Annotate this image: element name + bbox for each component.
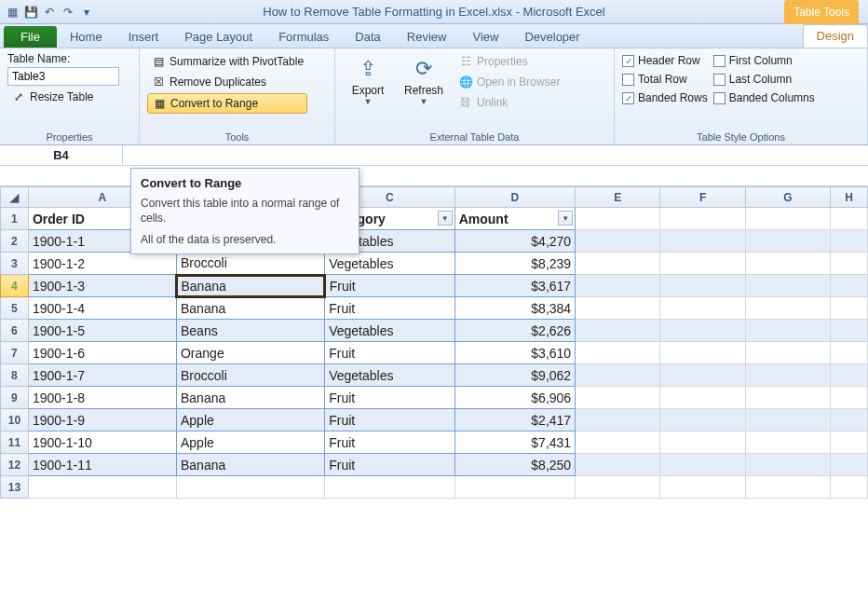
cell-G8[interactable] — [745, 364, 830, 387]
row-header-6[interactable]: 6 — [1, 320, 29, 342]
cell-A3[interactable]: 1900-1-2 — [28, 253, 176, 275]
cell-G7[interactable] — [745, 342, 830, 364]
cell-D9[interactable]: $6,906 — [454, 387, 575, 409]
cell-F12[interactable] — [660, 454, 745, 476]
cell-E10[interactable] — [576, 409, 660, 431]
col-header-F[interactable]: F — [660, 187, 745, 208]
cell-H11[interactable] — [831, 431, 868, 454]
cell-F13[interactable] — [660, 476, 745, 499]
cell-G6[interactable] — [745, 320, 830, 342]
cell-E7[interactable] — [576, 342, 660, 364]
cell-H1[interactable] — [831, 208, 868, 230]
tab-formulas[interactable]: Formulas — [265, 26, 342, 48]
cell-E12[interactable] — [576, 454, 660, 476]
redo-icon[interactable]: ↷ — [60, 4, 76, 21]
row-header-13[interactable]: 13 — [1, 476, 29, 499]
tab-file[interactable]: File — [4, 26, 57, 48]
cell-H5[interactable] — [831, 297, 868, 320]
tab-page-layout[interactable]: Page Layout — [171, 26, 265, 48]
qat-dropdown-icon[interactable]: ▾ — [78, 4, 95, 21]
cell-E5[interactable] — [576, 297, 660, 320]
cell-E4[interactable] — [576, 275, 660, 297]
cell-A13[interactable] — [28, 476, 176, 499]
cell-F8[interactable] — [660, 364, 745, 387]
row-header-5[interactable]: 5 — [1, 297, 29, 320]
cell-F1[interactable] — [660, 208, 745, 230]
cell-A8[interactable]: 1900-1-7 — [28, 364, 176, 387]
cell-G2[interactable] — [745, 230, 830, 253]
row-header-11[interactable]: 11 — [1, 431, 29, 454]
cell-H13[interactable] — [831, 476, 868, 499]
tab-review[interactable]: Review — [394, 26, 460, 48]
col-header-G[interactable]: G — [745, 187, 830, 208]
cell-F9[interactable] — [660, 387, 745, 409]
cell-C11[interactable]: Fruit — [325, 431, 455, 454]
cell-G10[interactable] — [745, 409, 830, 431]
row-header-8[interactable]: 8 — [1, 364, 29, 387]
cell-H2[interactable] — [831, 230, 868, 253]
cell-D8[interactable]: $9,062 — [454, 364, 575, 387]
header-row-checkbox[interactable]: ✓Header Row — [622, 52, 708, 69]
col-header-D[interactable]: D — [454, 187, 575, 208]
summarize-pivottable-button[interactable]: ▤ Summarize with PivotTable — [147, 52, 307, 71]
cell-E1[interactable] — [576, 208, 660, 230]
select-all-corner[interactable]: ◢ — [1, 187, 29, 208]
cell-B7[interactable]: Orange — [176, 342, 324, 364]
cell-F5[interactable] — [660, 297, 745, 320]
cell-D2[interactable]: $4,270 — [454, 230, 575, 253]
refresh-button[interactable]: ⟳ Refresh ▼ — [399, 52, 449, 130]
cell-C4[interactable]: Fruit — [325, 275, 455, 297]
cell-A10[interactable]: 1900-1-9 — [28, 409, 176, 431]
cell-G11[interactable] — [745, 431, 830, 454]
table-name-input[interactable] — [7, 67, 119, 86]
cell-F3[interactable] — [660, 253, 745, 275]
cell-H8[interactable] — [831, 364, 868, 387]
cell-B9[interactable]: Banana — [176, 387, 324, 409]
cell-H3[interactable] — [831, 253, 868, 275]
cell-B6[interactable]: Beans — [176, 320, 324, 342]
first-column-checkbox[interactable]: First Column — [713, 52, 815, 69]
cell-B10[interactable]: Apple — [176, 409, 324, 431]
name-box[interactable]: B4 — [0, 145, 123, 166]
cell-B5[interactable]: Banana — [176, 297, 324, 320]
cell-D5[interactable]: $8,384 — [454, 297, 575, 320]
cell-A9[interactable]: 1900-1-8 — [28, 387, 176, 409]
row-header-1[interactable]: 1 — [1, 208, 29, 230]
cell-G12[interactable] — [745, 454, 830, 476]
undo-icon[interactable]: ↶ — [41, 4, 58, 21]
cell-G1[interactable] — [745, 208, 830, 230]
cell-H4[interactable] — [831, 275, 868, 297]
cell-D4[interactable]: $3,617 — [454, 275, 575, 297]
cell-E3[interactable] — [576, 253, 660, 275]
tab-insert[interactable]: Insert — [115, 26, 172, 48]
total-row-checkbox[interactable]: Total Row — [622, 71, 708, 88]
cell-D13[interactable] — [454, 476, 575, 499]
cell-C8[interactable]: Vegetables — [325, 364, 455, 387]
cell-H12[interactable] — [831, 454, 868, 476]
cell-D7[interactable]: $3,610 — [454, 342, 575, 364]
cell-F6[interactable] — [660, 320, 745, 342]
resize-table-button[interactable]: ⤢ Resize Table — [7, 88, 119, 106]
cell-A5[interactable]: 1900-1-4 — [28, 297, 176, 320]
cell-G3[interactable] — [745, 253, 830, 275]
cell-G4[interactable] — [745, 275, 830, 297]
cell-A6[interactable]: 1900-1-5 — [28, 320, 176, 342]
cell-H9[interactable] — [831, 387, 868, 409]
cell-E9[interactable] — [576, 387, 660, 409]
cell-C7[interactable]: Fruit — [325, 342, 455, 364]
cell-G13[interactable] — [745, 476, 830, 499]
cell-F10[interactable] — [660, 409, 745, 431]
cell-D1[interactable]: Amount▼ — [454, 208, 575, 230]
external-properties-button[interactable]: ☷ Properties — [454, 52, 563, 71]
cell-D11[interactable]: $7,431 — [454, 431, 575, 454]
remove-duplicates-button[interactable]: ☒ Remove Duplicates — [147, 73, 307, 91]
row-header-3[interactable]: 3 — [1, 253, 29, 275]
cell-E13[interactable] — [576, 476, 660, 499]
cell-A7[interactable]: 1900-1-6 — [28, 342, 176, 364]
save-icon[interactable]: 💾 — [22, 4, 39, 21]
cell-G5[interactable] — [745, 297, 830, 320]
cell-H6[interactable] — [831, 320, 868, 342]
cell-F11[interactable] — [660, 431, 745, 454]
cell-C13[interactable] — [325, 476, 455, 499]
col-header-H[interactable]: H — [831, 187, 868, 208]
